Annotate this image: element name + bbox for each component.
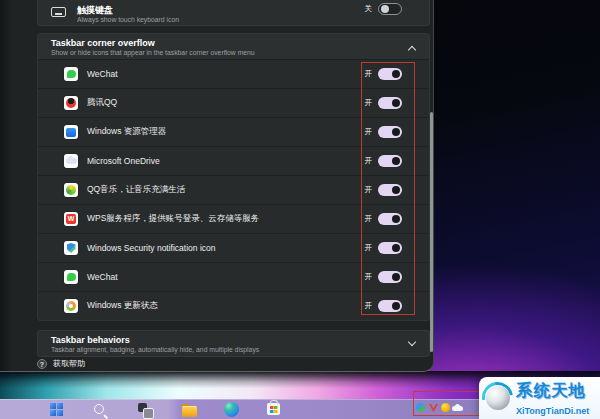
- touch-keyboard-row: 触摸键盘 Always show touch keyboard icon 关: [37, 0, 430, 26]
- overflow-row-wps: WPS服务程序，提供账号登录、云存储等服务 开: [38, 204, 429, 233]
- wechat-2-toggle[interactable]: [378, 271, 402, 283]
- overflow-item-label: Windows 更新状态: [87, 300, 158, 312]
- wps-toggle[interactable]: [378, 213, 402, 225]
- file-explorer-icon[interactable]: [182, 402, 198, 418]
- toggle-state-label: 开: [365, 127, 373, 137]
- task-view-icon[interactable]: [137, 402, 153, 418]
- toggle-state-label: 开: [365, 301, 373, 311]
- overflow-item-label: Windows 资源管理器: [87, 126, 166, 138]
- toggle-state-label: 开: [365, 156, 373, 166]
- wechat-icon: [64, 67, 78, 81]
- winsec-toggle[interactable]: [378, 242, 402, 254]
- search-icon[interactable]: [92, 402, 108, 418]
- behaviors-subtitle: Taskbar alignment, badging, automaticall…: [51, 346, 415, 354]
- wps-icon: [64, 212, 78, 226]
- windows-update-icon: [64, 299, 78, 313]
- watermark: 系统天地 XiTongTianDi.net: [479, 377, 600, 419]
- watermark-logo-icon: [482, 382, 513, 413]
- qq-music-icon: [64, 183, 78, 197]
- toggle-state-label: 关: [365, 4, 373, 14]
- start-button-icon[interactable]: [50, 402, 66, 418]
- onedrive-toggle[interactable]: [378, 155, 402, 167]
- tray-windows-security-icon[interactable]: [416, 403, 425, 412]
- wechat-toggle[interactable]: [378, 68, 402, 80]
- overflow-item-label: WeChat: [87, 69, 118, 79]
- onedrive-icon: [64, 154, 78, 168]
- toggle-state-label: 开: [365, 185, 373, 195]
- wechat-icon: [64, 270, 78, 284]
- help-label: 获取帮助: [53, 358, 85, 369]
- overflow-row-qq: 腾讯QQ 开: [38, 88, 429, 117]
- toggle-state-label: 开: [365, 272, 373, 282]
- edge-browser-icon[interactable]: [224, 402, 239, 417]
- overflow-item-label: WPS服务程序，提供账号登录、云存储等服务: [87, 213, 259, 225]
- touch-keyboard-subtitle: Always show touch keyboard icon: [77, 16, 179, 24]
- tray-wps-icon[interactable]: [429, 403, 438, 412]
- overflow-row-winupdate: Windows 更新状态 开: [38, 291, 429, 320]
- overflow-row-winsec: Windows Security notification icon 开: [38, 233, 429, 262]
- microsoft-store-icon[interactable]: [267, 403, 280, 415]
- touch-keyboard-title: 触摸键盘: [77, 5, 179, 15]
- overflow-section-header[interactable]: Taskbar corner overflow Show or hide ico…: [38, 34, 429, 59]
- overflow-row-wechat-2: WeChat 开: [38, 262, 429, 291]
- watermark-title: 系统天地: [516, 381, 586, 399]
- touch-keyboard-toggle[interactable]: [378, 3, 402, 15]
- overflow-row-qqmusic: QQ音乐，让音乐充满生活 开: [38, 175, 429, 204]
- keyboard-icon: [51, 7, 66, 17]
- get-help-link[interactable]: ? 获取帮助: [37, 358, 85, 369]
- overflow-row-onedrive: Microsoft OneDrive 开: [38, 146, 429, 175]
- qq-toggle[interactable]: [378, 97, 402, 109]
- tray-qq-music-icon[interactable]: [441, 403, 450, 412]
- file-explorer-icon: [64, 125, 78, 139]
- windows-security-icon: [64, 241, 78, 255]
- overflow-row-explorer: Windows 资源管理器 开: [38, 117, 429, 146]
- settings-window: 触摸键盘 Always show touch keyboard icon 关 T…: [0, 0, 434, 372]
- overflow-item-label: Microsoft OneDrive: [87, 156, 160, 166]
- explorer-toggle[interactable]: [378, 126, 402, 138]
- overflow-item-label: QQ音乐，让音乐充满生活: [87, 184, 185, 196]
- nav-pane-shadow: [0, 0, 12, 371]
- qq-icon: [64, 96, 78, 110]
- tray-onedrive-icon[interactable]: [452, 406, 463, 411]
- overflow-item-label: 腾讯QQ: [87, 97, 117, 109]
- overflow-row-wechat: WeChat 开: [38, 59, 429, 88]
- qqmusic-toggle[interactable]: [378, 184, 402, 196]
- help-icon: ?: [37, 359, 47, 369]
- behaviors-title: Taskbar behaviors: [51, 335, 415, 345]
- taskbar-corner-overflow-card: Taskbar corner overflow Show or hide ico…: [37, 33, 430, 321]
- taskbar-behaviors-card[interactable]: Taskbar behaviors Taskbar alignment, bad…: [37, 330, 430, 357]
- toggle-state-label: 开: [365, 98, 373, 108]
- winupdate-toggle[interactable]: [378, 300, 402, 312]
- toggle-state-label: 开: [365, 243, 373, 253]
- overflow-item-label: WeChat: [87, 272, 118, 282]
- overflow-section-subtitle: Show or hide icons that appear in the ta…: [51, 49, 415, 57]
- toggle-state-label: 开: [365, 214, 373, 224]
- scrollbar-thumb[interactable]: [430, 112, 433, 352]
- overflow-section-title: Taskbar corner overflow: [51, 38, 415, 48]
- screenshot-canvas: 触摸键盘 Always show touch keyboard icon 关 T…: [0, 0, 600, 419]
- watermark-site: XiTongTianDi.net: [516, 406, 589, 416]
- toggle-state-label: 开: [365, 69, 373, 79]
- overflow-item-label: Windows Security notification icon: [87, 243, 216, 253]
